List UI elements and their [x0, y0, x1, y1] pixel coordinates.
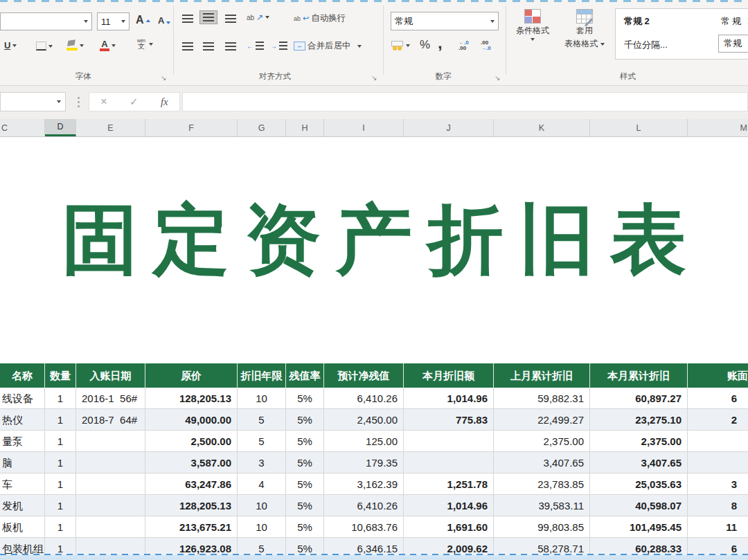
cell-book-value[interactable] [688, 452, 748, 473]
chevron-down-icon[interactable] [57, 100, 61, 103]
chevron-down-icon[interactable] [490, 20, 495, 23]
orientation-button[interactable]: ab ↗ [247, 12, 269, 22]
chevron-down-icon[interactable] [80, 44, 84, 47]
cell-qty[interactable]: 1 [45, 409, 76, 431]
cell-prev-accum[interactable]: 23,783.85 [494, 473, 590, 495]
cell-cost[interactable]: 3,587.00 [145, 452, 238, 473]
cell-book-value[interactable]: 11 [688, 516, 748, 538]
merge-center-button[interactable]: ↔ 合并后居中 [294, 40, 362, 52]
cell-prev-accum[interactable]: 59,882.31 [494, 388, 590, 409]
header-prev-accum[interactable]: 上月累计折旧 [494, 363, 590, 388]
phonetic-guide-button[interactable]: wén 文 [136, 39, 153, 49]
font-color-button[interactable]: A [100, 40, 116, 51]
underline-button[interactable]: U [4, 40, 17, 51]
cell-monthly-dep[interactable]: 775.83 [404, 409, 494, 431]
cell-salvage[interactable]: 6,410.26 [324, 495, 404, 516]
chevron-down-icon[interactable] [112, 44, 116, 47]
cell-name[interactable]: 板机 [0, 516, 45, 538]
cell-style-item-selected[interactable]: 常规 [718, 35, 748, 53]
header-book-value[interactable]: 账面 [688, 363, 748, 388]
cell-life[interactable]: 3 [238, 452, 286, 473]
cell-monthly-dep[interactable]: 1,014.96 [404, 495, 494, 516]
cell-name[interactable]: 车 [0, 473, 45, 495]
cell-life[interactable]: 4 [238, 473, 286, 495]
cell-monthly-dep[interactable] [404, 452, 494, 473]
header-monthly-dep[interactable]: 本月折旧额 [404, 363, 494, 388]
cell-name[interactable]: 发机 [0, 495, 45, 516]
cell-life[interactable]: 5 [238, 409, 286, 431]
cell-life[interactable]: 10 [238, 516, 286, 538]
formula-input[interactable] [182, 92, 748, 111]
cell-book-value[interactable] [688, 431, 748, 452]
cell-cur-accum[interactable]: 60,897.27 [590, 388, 688, 409]
format-as-table-button[interactable]: 套用 表格格式 [560, 9, 609, 50]
cell-book-value[interactable]: 3 [688, 473, 748, 495]
header-cost[interactable]: 原价 [145, 363, 238, 388]
percent-style-button[interactable]: % [420, 38, 430, 52]
cell-cost[interactable]: 2,500.00 [145, 431, 238, 452]
cell-prev-accum[interactable]: 2,375.00 [494, 431, 590, 452]
comma-style-button[interactable]: , [438, 33, 443, 53]
font-dialog-launcher-icon[interactable]: ↘ [161, 75, 166, 82]
cell-monthly-dep[interactable]: 1,014.96 [404, 388, 494, 409]
header-life[interactable]: 折旧年限 [238, 363, 286, 388]
chevron-down-icon[interactable] [84, 20, 88, 23]
cell-cost[interactable]: 63,247.86 [145, 473, 238, 495]
borders-button[interactable] [36, 42, 53, 51]
font-size-combo[interactable]: 11 [97, 12, 130, 30]
cell-cost[interactable]: 213,675.21 [145, 516, 238, 538]
chevron-down-icon[interactable] [265, 16, 269, 19]
cell-qty[interactable]: 1 [45, 431, 76, 452]
number-format-combo[interactable]: 常规 [391, 12, 499, 30]
cell-qty[interactable]: 1 [45, 388, 76, 409]
cell-cur-accum[interactable]: 23,275.10 [590, 409, 688, 431]
column-header-c[interactable]: C [0, 119, 45, 136]
cell-date[interactable] [76, 516, 145, 538]
cell-cur-accum[interactable]: 2,375.00 [590, 431, 688, 452]
column-header-f[interactable]: F [145, 119, 238, 136]
cell-name[interactable]: 线设备 [0, 388, 45, 409]
cell-cost[interactable]: 128,205.13 [145, 388, 238, 409]
chevron-down-icon[interactable] [600, 43, 605, 46]
cell-date[interactable] [76, 431, 145, 452]
chevron-down-icon[interactable] [149, 43, 153, 46]
chevron-down-icon[interactable] [406, 44, 410, 47]
shrink-font-button[interactable]: A [158, 15, 170, 26]
cell-prev-accum[interactable]: 22,499.27 [494, 409, 590, 431]
cell-date[interactable] [76, 452, 145, 473]
cell-rate[interactable]: 5% [286, 409, 324, 431]
wrap-text-button[interactable]: ab ↩ 自动换行 [294, 12, 346, 24]
header-rate[interactable]: 残值率 [286, 363, 324, 388]
chevron-down-icon[interactable] [48, 45, 53, 48]
cell-rate[interactable]: 5% [286, 388, 324, 409]
cell-salvage[interactable]: 10,683.76 [324, 516, 404, 538]
cell-qty[interactable]: 1 [45, 473, 76, 495]
cell-monthly-dep[interactable]: 1,251.78 [404, 473, 494, 495]
cell-prev-accum[interactable]: 99,803.85 [494, 516, 590, 538]
header-cur-accum[interactable]: 本月累计折旧 [590, 363, 688, 388]
align-middle-button[interactable] [199, 10, 217, 24]
align-right-button[interactable] [222, 39, 240, 54]
grow-font-button[interactable]: A [136, 14, 150, 26]
cell-monthly-dep[interactable]: 1,691.60 [404, 516, 494, 538]
decrease-indent-button[interactable]: ← [247, 42, 264, 50]
font-name-combo[interactable] [0, 12, 92, 30]
header-qty[interactable]: 数量 [45, 363, 76, 388]
cell-rate[interactable]: 5% [286, 431, 324, 452]
cell-book-value[interactable]: 8 [688, 495, 748, 516]
column-header-l[interactable]: L [590, 119, 688, 136]
column-header-e[interactable]: E [76, 119, 145, 136]
cell-book-value[interactable]: 6 [688, 388, 748, 409]
cell-life[interactable]: 10 [238, 495, 286, 516]
accounting-format-button[interactable] [391, 40, 410, 51]
chevron-down-icon[interactable] [121, 20, 125, 23]
cell-prev-accum[interactable]: 3,407.65 [494, 452, 590, 473]
cell-book-value[interactable]: 2 [688, 409, 748, 431]
insert-function-button[interactable]: fx [161, 96, 168, 108]
cell-cost[interactable]: 128,205.13 [145, 495, 238, 516]
cell-date[interactable]: 2018-7 64# [76, 409, 145, 431]
cell-name[interactable]: 量泵 [0, 431, 45, 452]
cell-rate[interactable]: 5% [286, 495, 324, 516]
column-header-k[interactable]: K [494, 119, 590, 136]
cell-date[interactable] [76, 495, 145, 516]
